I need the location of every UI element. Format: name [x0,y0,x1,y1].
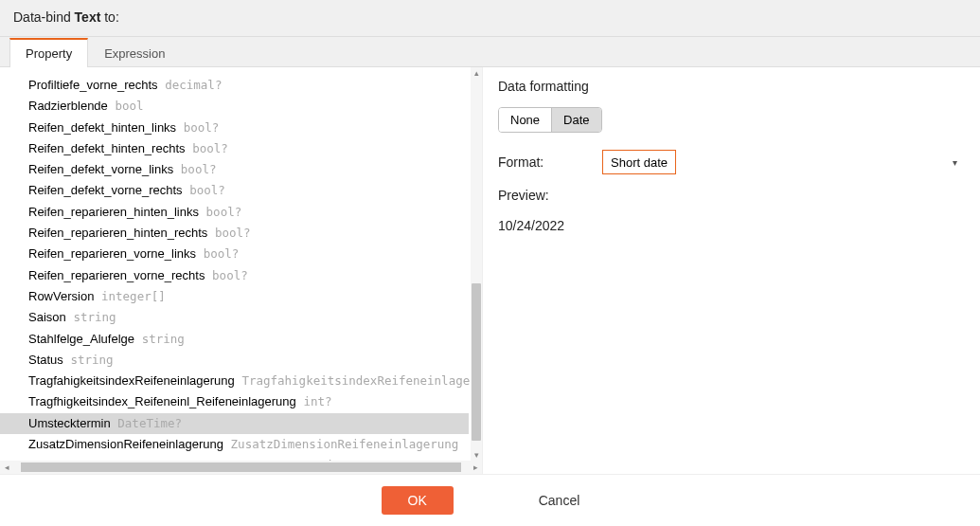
property-name: Reifen_reparieren_vorne_rechts [28,268,205,282]
format-mode-group: None Date [498,107,602,133]
property-row[interactable]: ZusatzDimensionReifeneinlagerung ZusatzD… [0,434,469,455]
property-type: bool? [215,226,251,240]
property-name: Status [28,353,63,367]
property-row[interactable]: Umstecktermin DateTime? [0,413,469,434]
property-type: int? [303,394,331,408]
property-row[interactable]: TragfahigkeitsindexReifeneinlagerung Tra… [0,371,469,391]
property-type: ZusatzDimensionReifeneinlagerung [231,437,459,451]
horizontal-scrollbar[interactable]: ◂ ▸ [0,461,482,474]
title-suffix: to: [100,9,118,25]
mode-none-button[interactable]: None [499,108,551,132]
format-select-wrap: Short date [602,150,965,174]
property-row[interactable]: Tragfhigkeitsindex_Reifeneinl_Reifeneinl… [0,391,469,412]
cancel-button[interactable]: Cancel [520,486,599,515]
ok-label: OK [408,493,427,508]
property-row[interactable]: Reifen_reparieren_vorne_links bool? [0,244,469,264]
dialog-title: Data-bind Text to: [0,0,980,36]
property-type: TragfahigkeitsindexReifeneinlagerung [241,373,482,388]
property-type: bool? [192,141,228,155]
mode-date-label: Date [563,113,589,127]
cancel-label: Cancel [539,493,580,508]
property-type: bool? [212,268,248,282]
mode-none-label: None [510,113,540,127]
dialog-footer: OK Cancel [0,474,980,526]
formatting-title: Data formatting [498,79,965,94]
property-row[interactable]: Reifen_defekt_vorne_links bool? [0,159,469,180]
property-name: RowVersion [28,289,94,303]
tab-label: Expression [104,46,165,61]
scroll-down-icon[interactable]: ▾ [471,449,482,461]
property-name: Saison [28,310,66,324]
property-type: string [73,310,116,324]
property-list: Profiltiefe_vorne_rechts decimal?Radzier… [0,75,469,461]
property-name: Reifen_reparieren_vorne_links [28,246,196,261]
property-row[interactable]: Reifen_defekt_hinten_links bool? [0,118,469,138]
title-bold: Text [75,9,101,25]
property-type: string [70,353,113,367]
property-name: Profiltiefe_vorne_rechts [28,78,158,92]
property-name: Tragfhigkeitsindex_Reifeneinl_Reifeneinl… [28,394,296,408]
property-name: Reifen_defekt_hinten_rechts [28,141,186,155]
property-type: bool [115,99,143,113]
format-select[interactable]: Short date [602,150,676,174]
mode-date-button[interactable]: Date [551,108,600,132]
property-row[interactable]: Profiltiefe_vorne_rechts decimal? [0,75,469,96]
format-label: Format: [498,154,602,170]
property-name: Reifen_defekt_hinten_links [28,120,176,135]
property-name: Radzierblende [28,99,108,113]
property-type: bool? [181,162,217,176]
property-name: Stahlfelge_Alufelge [28,332,134,346]
property-row[interactable]: Saison string [0,307,469,328]
property-name: Reifen_defekt_vorne_links [28,162,173,176]
format-row: Format: Short date [498,150,965,174]
property-name: Umstecktermin [28,416,111,430]
property-type: bool? [206,205,242,219]
vertical-scrollbar[interactable]: ▴ ▾ [471,67,482,461]
ok-button[interactable]: OK [382,486,454,515]
tab-property[interactable]: Property [9,38,88,67]
property-row[interactable]: Status string [0,350,469,371]
horizontal-scroll-thumb[interactable] [21,463,461,472]
property-type: string [142,332,185,346]
dialog-body: Profiltiefe_vorne_rechts decimal?Radzier… [0,67,980,474]
formatting-panel: Data formatting None Date Format: Short … [483,67,980,474]
property-panel: Profiltiefe_vorne_rechts decimal?Radzier… [0,67,483,474]
property-row[interactable]: Reifen_reparieren_hinten_links bool? [0,202,469,223]
tab-bar: Property Expression [0,37,980,67]
property-name: Reifen_defekt_vorne_rechts [28,183,183,197]
property-row[interactable]: Reifen_reparieren_hinten_rechts bool? [0,223,469,244]
property-row[interactable]: Radzierblende bool [0,96,469,117]
property-row[interactable]: Reifen_defekt_vorne_rechts bool? [0,180,469,201]
property-type: integer[] [101,289,166,303]
databind-dialog: Data-bind Text to: Property Expression P… [0,0,980,526]
preview-label: Preview: [498,188,965,203]
property-name: Reifen_reparieren_hinten_rechts [28,226,207,240]
tab-label: Property [26,46,72,61]
property-name: Reifen_reparieren_hinten_links [28,205,199,219]
vertical-scroll-thumb[interactable] [472,283,481,441]
title-prefix: Data-bind [13,9,75,25]
scroll-right-icon[interactable]: ▸ [469,461,482,474]
property-row[interactable]: Reifen_defekt_hinten_rechts bool? [0,138,469,159]
preview-value: 10/24/2022 [498,218,965,233]
property-row[interactable]: Stahlfelge_Alufelge string [0,329,469,350]
scroll-up-icon[interactable]: ▴ [471,67,482,79]
property-type: decimal? [165,78,222,92]
scroll-left-icon[interactable]: ◂ [0,461,13,474]
property-name: TragfahigkeitsindexReifeneinlagerung [28,373,235,388]
property-type: bool? [189,183,225,197]
tab-expression[interactable]: Expression [88,38,181,67]
property-row[interactable]: Reifen_reparieren_vorne_rechts bool? [0,265,469,286]
property-list-viewport[interactable]: Profiltiefe_vorne_rechts decimal?Radzier… [0,67,482,461]
property-type: DateTime? [117,416,182,430]
property-type: bool? [184,120,220,135]
property-type: bool? [204,246,240,261]
property-name: ZusatzDimensionReifeneinlagerung [28,437,223,451]
property-row[interactable]: RowVersion integer[] [0,286,469,307]
